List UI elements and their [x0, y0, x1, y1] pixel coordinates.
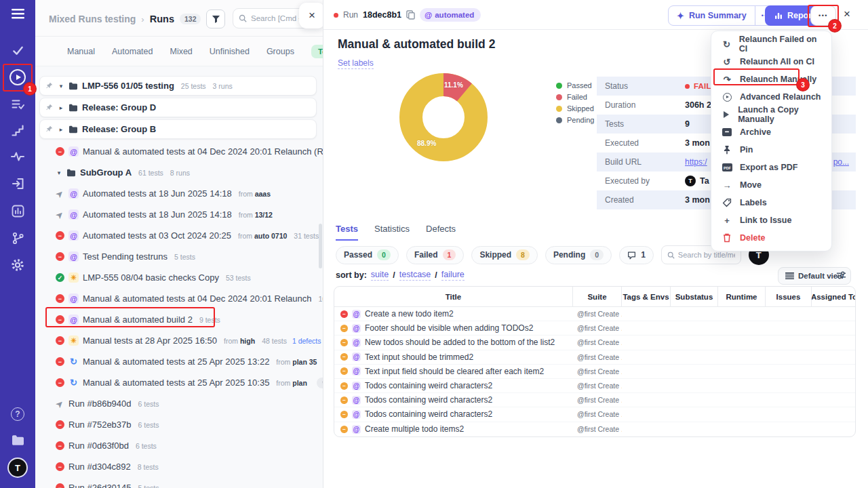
tab-statistics[interactable]: Statistics: [374, 224, 410, 241]
tab-chip-today[interactable]: To: [311, 45, 323, 58]
col-tags-envs[interactable]: Tags & Envs: [622, 287, 671, 306]
build-url-link-tail[interactable]: po...: [833, 157, 849, 167]
run-summary-button[interactable]: Run Summary: [669, 6, 755, 25]
pin-icon[interactable]: [45, 104, 54, 111]
column-settings-icon[interactable]: [836, 270, 846, 283]
chevron-icon[interactable]: ▾: [56, 169, 62, 176]
settings-gear-icon[interactable]: [0, 258, 35, 272]
filter-chip-passed[interactable]: Passed0: [336, 246, 399, 264]
import-icon[interactable]: [0, 178, 35, 190]
tab-defects[interactable]: Defects: [426, 224, 456, 241]
sort-by-failure[interactable]: failure: [441, 270, 465, 281]
menu-item-pin[interactable]: Pin: [711, 141, 831, 159]
run-row[interactable]: Automated tests at 18 Jun 2025 14:18 fro…: [35, 204, 323, 225]
run-row[interactable]: LMP-555 08/04 basic checks Copy 53 tests: [35, 267, 323, 288]
run-row[interactable]: ▸ Release: Group B: [39, 119, 317, 139]
run-row[interactable]: Manual tests at 28 Apr 2025 16:50 from h…: [35, 330, 323, 351]
filter-chip-pending[interactable]: Pending0: [545, 246, 612, 264]
test-row[interactable]: Create a new todo item2 @first Create ..…: [334, 307, 855, 321]
test-row[interactable]: Text input field should be cleared after…: [334, 365, 855, 379]
col-substatus[interactable]: Substatus: [671, 287, 718, 306]
filter-chip-comments[interactable]: 1: [619, 246, 654, 264]
run-title: LMP-556 01/05 testing: [82, 81, 174, 91]
menu-item-labels[interactable]: Labels: [711, 194, 831, 211]
test-row[interactable]: Todos containing weird characters2 @firs…: [334, 407, 855, 422]
col-runtime[interactable]: Runtime: [718, 287, 766, 306]
run-row[interactable]: ▾ SubGroup A 61 tests 8 runs: [35, 162, 323, 183]
test-row[interactable]: Todos containing weird characters2 @firs…: [334, 393, 855, 407]
breadcrumb-section[interactable]: Runs: [150, 14, 174, 24]
menu-item-advanced-relaunch[interactable]: Advanced Relaunch: [711, 88, 831, 106]
col-assigned-to[interactable]: Assigned To: [812, 287, 856, 306]
run-row[interactable]: Manual & automated tests at 25 Apr 2025 …: [35, 351, 323, 372]
chevron-icon[interactable]: ▸: [58, 104, 64, 111]
col-title[interactable]: Title: [334, 287, 573, 306]
help-icon[interactable]: [0, 407, 35, 421]
menu-item-move[interactable]: →Move: [711, 176, 831, 194]
filter-button[interactable]: [206, 9, 225, 28]
sort-by-suite[interactable]: suite: [371, 270, 389, 281]
run-row[interactable]: Manual & automated tests at 04 Dec 2024 …: [35, 288, 323, 309]
run-row[interactable]: Manual & automated tests at 25 Apr 2025 …: [35, 372, 323, 393]
filter-chip-failed[interactable]: Failed1: [406, 246, 465, 264]
copy-icon[interactable]: [406, 10, 415, 20]
test-row[interactable]: New todos should be added to the bottom …: [334, 336, 855, 350]
chevron-icon[interactable]: ▾: [58, 83, 64, 89]
menu-icon[interactable]: [0, 9, 35, 19]
run-row[interactable]: Run #d304c892 8 tests: [35, 456, 323, 477]
legend-failed: Failed: [556, 93, 594, 101]
close-runs-panel-button[interactable]: [299, 3, 323, 28]
menu-item-launch-copy[interactable]: Launch a Copy Manually: [711, 106, 831, 123]
menu-item-export-pdf[interactable]: PDFExport as PDF: [711, 159, 831, 176]
run-row[interactable]: Run #26d30145 5 tests: [35, 477, 323, 488]
run-defects-link[interactable]: 1 defects: [292, 337, 321, 345]
run-row[interactable]: Manual & automated tests at 04 Dec 2024 …: [35, 141, 323, 162]
projects-folder-icon[interactable]: [0, 434, 35, 446]
profile-avatar[interactable]: T: [0, 459, 35, 476]
analytics-icon[interactable]: [0, 205, 35, 218]
steps-icon[interactable]: [0, 125, 35, 136]
tab-mixed[interactable]: Mixed: [170, 47, 192, 56]
sort-by-testcase[interactable]: testcase: [399, 270, 431, 281]
pin-icon[interactable]: [45, 125, 54, 133]
menu-item-relaunch-failed-ci[interactable]: ↻Relaunch Failed on CI: [711, 35, 831, 53]
close-run-detail-icon[interactable]: [844, 7, 850, 21]
pin-icon[interactable]: [45, 82, 54, 89]
run-row[interactable]: Automated tests at 18 Jun 2025 14:18 fro…: [35, 183, 323, 204]
menu-item-relaunch-manually[interactable]: ↷Relaunch Manually: [711, 70, 831, 88]
run-row[interactable]: Test Pending testruns 5 tests: [35, 246, 323, 267]
run-row[interactable]: Run #b86b940d 6 tests: [35, 393, 323, 414]
test-row[interactable]: Create multiple todo items2 @first Creat…: [334, 422, 855, 436]
runs-list-scrollbar[interactable]: [319, 224, 322, 268]
breadcrumb-project[interactable]: Mixed Runs testing: [49, 14, 136, 24]
filter-chip-skipped[interactable]: Skipped8: [471, 246, 538, 264]
run-row[interactable]: Manual & automated build 2 9 tests: [35, 309, 323, 330]
run-row[interactable]: ▾ LMP-556 01/05 testing 25 tests 3 runs: [39, 76, 317, 96]
test-row[interactable]: Todos containing weird characters2 @firs…: [334, 379, 855, 393]
tasks-check-icon[interactable]: [0, 45, 35, 56]
tab-groups[interactable]: Groups: [267, 47, 294, 56]
branch-icon[interactable]: [0, 232, 35, 245]
run-row[interactable]: Run #752eb37b 6 tests: [35, 414, 323, 435]
tab-automated[interactable]: Automated: [112, 47, 153, 56]
tab-tests[interactable]: Tests: [336, 224, 358, 241]
set-labels-link[interactable]: Set labels: [338, 58, 374, 69]
col-suite[interactable]: Suite: [573, 287, 622, 306]
tests-search-input[interactable]: [678, 251, 735, 259]
menu-item-delete[interactable]: Delete: [711, 229, 831, 247]
run-row[interactable]: ▸ Release: Group D: [39, 98, 317, 117]
tab-manual[interactable]: Manual: [67, 47, 95, 56]
tab-unfinished[interactable]: Unfinished: [210, 47, 250, 56]
run-row[interactable]: Automated tests at 03 Oct 2024 20:25 fro…: [35, 225, 323, 246]
build-url-link[interactable]: https:/: [685, 157, 707, 167]
menu-item-relaunch-all-ci[interactable]: ↺Relaunch All on CI: [711, 53, 831, 70]
test-row[interactable]: Text input should be trimmed2 @first Cre…: [334, 350, 855, 365]
test-list-icon[interactable]: [0, 99, 35, 110]
menu-item-archive[interactable]: Archive: [711, 123, 831, 141]
chevron-icon[interactable]: ▸: [58, 126, 64, 133]
menu-item-link-to-issue[interactable]: +Link to Issue: [711, 211, 831, 229]
run-row[interactable]: Run #0d63f0bd 6 tests: [35, 435, 323, 456]
test-row[interactable]: Footer should be visible when adding TOD…: [334, 321, 855, 336]
pulse-icon[interactable]: [0, 151, 35, 162]
col-issues[interactable]: Issues: [766, 287, 812, 306]
